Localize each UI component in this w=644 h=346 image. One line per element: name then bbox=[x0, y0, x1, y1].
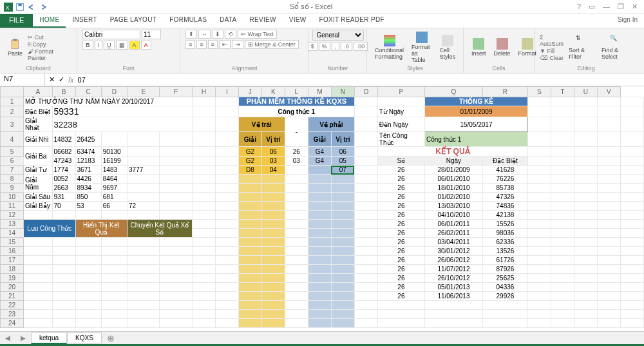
cell[interactable] bbox=[160, 193, 192, 202]
cell[interactable] bbox=[238, 229, 261, 238]
cell[interactable] bbox=[52, 283, 75, 292]
cell[interactable] bbox=[482, 301, 527, 310]
cell[interactable] bbox=[285, 175, 308, 184]
cell[interactable] bbox=[101, 247, 127, 256]
cell[interactable]: 98036 bbox=[482, 229, 527, 238]
cell[interactable] bbox=[261, 175, 285, 184]
cell[interactable] bbox=[261, 202, 285, 211]
cell[interactable] bbox=[308, 220, 331, 229]
cell[interactable] bbox=[354, 283, 377, 292]
cell[interactable] bbox=[597, 193, 620, 202]
cell[interactable]: 26 bbox=[377, 265, 424, 274]
cell[interactable] bbox=[527, 274, 551, 283]
cell[interactable] bbox=[331, 202, 354, 211]
cell[interactable] bbox=[192, 238, 215, 247]
cell[interactable] bbox=[551, 157, 574, 166]
tab-data[interactable]: DATA bbox=[213, 14, 243, 28]
tk-to-label[interactable]: Đến Ngày bbox=[377, 117, 424, 132]
cell[interactable] bbox=[620, 265, 643, 274]
cell[interactable] bbox=[215, 310, 238, 319]
cell[interactable] bbox=[101, 292, 127, 301]
cell[interactable] bbox=[215, 292, 238, 301]
cell[interactable] bbox=[354, 319, 377, 328]
col-header[interactable]: R bbox=[482, 87, 527, 97]
cell[interactable] bbox=[75, 265, 101, 274]
kq-title[interactable]: KẾT QUẢ bbox=[377, 147, 527, 157]
cell[interactable]: 74836 bbox=[482, 202, 527, 211]
cell[interactable] bbox=[128, 310, 160, 319]
fill-color-button[interactable]: A bbox=[129, 41, 140, 50]
cell[interactable] bbox=[331, 301, 354, 310]
cell[interactable] bbox=[192, 247, 215, 256]
close-icon[interactable]: ✕ bbox=[632, 3, 638, 11]
cell[interactable] bbox=[551, 147, 574, 157]
merge-center-button[interactable]: ⊞ Merge & Center bbox=[245, 40, 299, 49]
copy-button[interactable]: ⎘ Copy bbox=[28, 41, 71, 48]
cell[interactable]: 16199 bbox=[101, 157, 127, 166]
tk-from-label[interactable]: Từ Ngày bbox=[377, 106, 424, 117]
minimize-icon[interactable]: — bbox=[603, 3, 610, 11]
cell[interactable] bbox=[354, 247, 377, 256]
cell[interactable] bbox=[24, 274, 53, 283]
cell[interactable] bbox=[101, 256, 127, 265]
cell[interactable] bbox=[261, 229, 285, 238]
tab-view[interactable]: VIEW bbox=[283, 14, 313, 28]
cell[interactable] bbox=[160, 319, 192, 328]
format-painter-button[interactable]: 🖌 Format Painter bbox=[28, 48, 71, 61]
cell[interactable]: 26 bbox=[377, 229, 424, 238]
cell[interactable]: 3671 bbox=[75, 166, 101, 175]
row-header[interactable]: 20 bbox=[1, 283, 24, 292]
cell[interactable] bbox=[308, 166, 331, 175]
cell[interactable] bbox=[238, 310, 261, 319]
cell[interactable] bbox=[574, 202, 597, 211]
cell[interactable]: 26 bbox=[377, 256, 424, 265]
cell[interactable] bbox=[527, 106, 551, 117]
cell[interactable] bbox=[377, 301, 424, 310]
cell[interactable] bbox=[527, 132, 551, 147]
cell[interactable] bbox=[24, 283, 53, 292]
tk-name[interactable]: Công thức 1 bbox=[424, 132, 527, 147]
cell[interactable] bbox=[574, 175, 597, 184]
cell[interactable] bbox=[551, 319, 574, 328]
cell[interactable] bbox=[128, 175, 160, 184]
font-name-select[interactable] bbox=[82, 30, 140, 39]
col-header[interactable]: N bbox=[331, 87, 354, 97]
col-header[interactable]: J bbox=[238, 87, 261, 97]
cell[interactable] bbox=[308, 184, 331, 193]
col-header[interactable]: V bbox=[597, 87, 620, 97]
cell[interactable] bbox=[551, 274, 574, 283]
cell[interactable] bbox=[101, 310, 127, 319]
cell[interactable] bbox=[215, 211, 238, 220]
indent-inc-button[interactable]: ⇥ bbox=[232, 40, 243, 49]
cell[interactable] bbox=[527, 238, 551, 247]
row-header[interactable]: 5 bbox=[1, 147, 24, 157]
cell[interactable] bbox=[527, 166, 551, 175]
cell[interactable] bbox=[192, 274, 215, 283]
cell[interactable] bbox=[285, 211, 308, 220]
cell[interactable] bbox=[597, 132, 620, 147]
cell[interactable] bbox=[354, 184, 377, 193]
cell[interactable] bbox=[215, 184, 238, 193]
cell[interactable] bbox=[75, 274, 101, 283]
save-formula-button[interactable]: Lưu Công Thức bbox=[24, 220, 76, 238]
cell[interactable]: 26 bbox=[377, 175, 424, 184]
cell[interactable]: 90130 bbox=[101, 147, 127, 157]
cell[interactable] bbox=[574, 147, 597, 157]
cell[interactable]: 26 bbox=[377, 211, 424, 220]
cell[interactable] bbox=[551, 117, 574, 132]
cell[interactable] bbox=[574, 283, 597, 292]
cell[interactable] bbox=[215, 238, 238, 247]
row-header[interactable]: 9 bbox=[1, 184, 24, 193]
cell[interactable] bbox=[215, 274, 238, 283]
cell[interactable] bbox=[308, 247, 331, 256]
cell[interactable] bbox=[551, 310, 574, 319]
row-header[interactable]: 8 bbox=[1, 175, 24, 184]
cell[interactable] bbox=[52, 310, 75, 319]
cell[interactable] bbox=[192, 157, 215, 166]
cell[interactable] bbox=[192, 106, 215, 117]
cell[interactable] bbox=[285, 319, 308, 328]
cell[interactable] bbox=[574, 319, 597, 328]
cell[interactable]: 41628 bbox=[482, 166, 527, 175]
cell[interactable] bbox=[308, 292, 331, 301]
cell[interactable]: Số bbox=[377, 157, 424, 166]
